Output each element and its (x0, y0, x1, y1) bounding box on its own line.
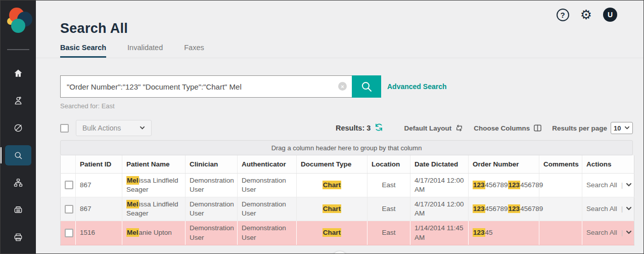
default-layout-button[interactable]: Default Layout (404, 124, 464, 132)
patient-id-cell: 867 (76, 173, 122, 197)
search-input-wrap: × (60, 75, 352, 98)
sidebar-divider (7, 49, 29, 50)
column-header-patient-id[interactable]: Patient ID (76, 155, 122, 173)
sidebar-item-print[interactable] (5, 227, 31, 247)
sidebar-item-search[interactable] (5, 145, 31, 165)
column-header-order-number[interactable]: Order Number (469, 155, 539, 173)
column-header-actions[interactable]: Actions (582, 155, 634, 173)
actions-divider: | (621, 229, 623, 236)
refresh-icon[interactable] (375, 123, 383, 134)
row-search-all-action[interactable]: Search All (586, 181, 617, 189)
logo-circle-teal (11, 19, 25, 33)
location-cell: East (367, 173, 410, 197)
main: Search All Basic Search Invalidated Faxe… (36, 1, 643, 253)
circle-slash-icon (13, 123, 23, 133)
results-body: 867Melissa Lindfield SeagerDemonstration… (61, 173, 634, 245)
document-type-cell: Chart (297, 221, 367, 245)
row-checkbox[interactable] (65, 205, 73, 214)
content: × Advanced Search Searched for: East Bul… (36, 75, 643, 254)
home-icon (13, 68, 23, 78)
results-count: Results: 3 (336, 124, 371, 132)
search-icon (360, 80, 373, 93)
select-all-checkbox[interactable] (60, 124, 69, 133)
printer-icon (13, 232, 23, 242)
pagination-page-1[interactable]: 1 (332, 251, 348, 254)
date-dictated-cell: 1/14/2014 11:45 AM (410, 221, 469, 245)
toolbar: Bulk Actions Results: 3 Default Layout (60, 120, 633, 136)
choose-columns-button[interactable]: Choose Columns (474, 124, 542, 132)
tab-basic-search[interactable]: Basic Search (60, 44, 106, 58)
gear-icon[interactable]: ⚙ (580, 8, 592, 21)
comments-cell (539, 221, 582, 245)
user-avatar[interactable]: U (603, 8, 617, 22)
results-group: Results: 3 (336, 123, 383, 134)
sidebar (1, 1, 36, 253)
row-checkbox[interactable] (65, 229, 73, 237)
topbar: ? ⚙ U (557, 8, 617, 22)
sitemap-icon (13, 178, 23, 188)
table-header-row: Patient ID Patient Name Clinician Authen… (61, 155, 634, 173)
tab-faxes[interactable]: Faxes (184, 44, 204, 58)
column-header-patient-name[interactable]: Patient Name (122, 155, 186, 173)
results-per-page-label: Results per page (552, 124, 607, 132)
actions-cell: Search All| (582, 173, 634, 197)
app-logo (7, 7, 33, 37)
tabs-divider (36, 58, 643, 58)
actions-divider: | (621, 205, 623, 213)
search-icon (13, 150, 23, 160)
actions-divider: | (621, 181, 623, 189)
search-button[interactable] (352, 75, 381, 98)
help-icon[interactable]: ? (557, 9, 569, 21)
chevron-down-icon[interactable] (626, 205, 632, 211)
results-per-page-select[interactable]: 10 (611, 122, 633, 134)
row-checkbox[interactable] (65, 181, 73, 189)
clear-icon[interactable]: × (338, 82, 347, 91)
sidebar-item-dashboard[interactable] (5, 118, 31, 138)
column-header-location[interactable]: Location (367, 155, 410, 173)
row-search-all-action[interactable]: Search All (586, 229, 617, 236)
tab-invalidated[interactable]: Invalidated (127, 44, 163, 58)
comments-cell (539, 197, 582, 221)
choose-columns-label: Choose Columns (474, 124, 530, 132)
right-tools: Default Layout Choose Columns Results pe… (404, 122, 633, 134)
actions-cell: Search All| (582, 197, 634, 221)
row-search-all-action[interactable]: Search All (586, 205, 617, 213)
patient-name-cell: Melanie Upton (122, 221, 186, 245)
advanced-search-link[interactable]: Advanced Search (387, 82, 447, 91)
column-header-comments[interactable]: Comments (539, 155, 582, 173)
column-header-authenticator[interactable]: Authenticator (238, 155, 297, 173)
results-per-page-value: 10 (614, 124, 621, 132)
patient-id-cell: 867 (76, 197, 122, 221)
bulk-actions-select[interactable]: Bulk Actions (76, 120, 152, 136)
order-number-cell: 12345 (469, 221, 539, 245)
clinician-icon (13, 96, 23, 106)
date-dictated-cell: 4/17/2014 12:00 AM (410, 197, 469, 221)
search-input[interactable] (60, 75, 352, 98)
chevron-down-icon (624, 124, 630, 132)
location-cell: East (367, 221, 410, 245)
patient-name-cell: Melissa Lindfield Seager (122, 197, 186, 221)
table-row: 867Melissa Lindfield SeagerDemonstration… (61, 173, 634, 197)
comments-cell (539, 173, 582, 197)
authenticator-cell: Demonstration User (238, 173, 297, 197)
table-row: 1516Melanie UptonDemonstration UserDemon… (61, 221, 634, 245)
search-row: × Advanced Search (60, 75, 633, 98)
patient-name-cell: Melissa Lindfield Seager (122, 173, 186, 197)
row-checkbox-cell (61, 221, 76, 245)
chevron-down-icon[interactable] (626, 182, 632, 188)
order-number-cell: 123456789123456789 (469, 197, 539, 221)
column-header-clinician[interactable]: Clinician (186, 155, 238, 173)
group-by-dropzone[interactable]: Drag a column header here to group by th… (60, 140, 633, 155)
chevron-down-icon[interactable] (626, 229, 632, 235)
sidebar-item-home[interactable] (5, 63, 31, 83)
column-header-date-dictated[interactable]: Date Dictated (410, 155, 469, 173)
tabs: Basic Search Invalidated Faxes (60, 44, 643, 58)
sidebar-item-sitemap[interactable] (5, 173, 31, 193)
clinician-cell: Demonstration User (186, 173, 238, 197)
row-checkbox-cell (61, 197, 76, 221)
sidebar-item-fax[interactable] (5, 200, 31, 220)
sidebar-item-clinicians[interactable] (5, 91, 31, 111)
app-window: ? ⚙ U Search All Basic Search Invalidate… (0, 0, 644, 254)
column-header-document-type[interactable]: Document Type (297, 155, 367, 173)
authenticator-cell: Demonstration User (238, 221, 297, 245)
